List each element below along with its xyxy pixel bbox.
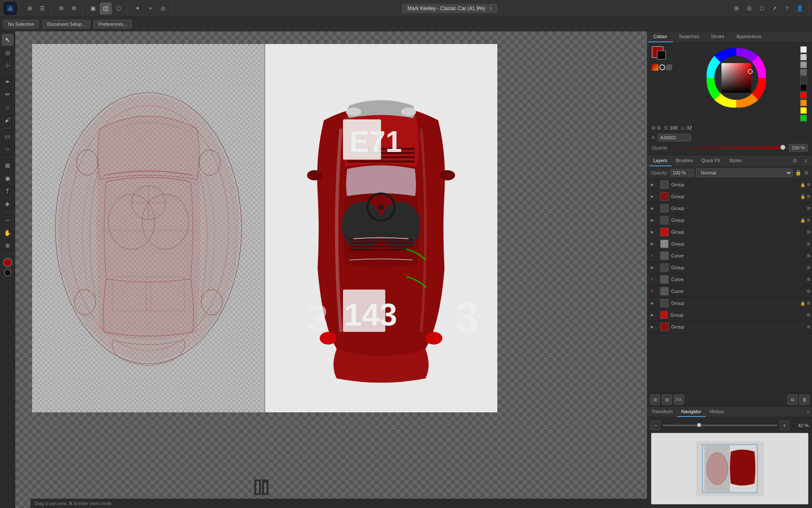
gradient-swatch-icon[interactable] [652, 64, 658, 71]
layer-visibility-dot[interactable] [807, 195, 810, 198]
fill-tool-btn[interactable]: ◉ [2, 172, 14, 184]
split-view-icon[interactable]: ◫ [100, 3, 112, 14]
foreground-color-swatch[interactable] [3, 258, 12, 267]
swatch-orange[interactable] [800, 99, 807, 106]
zoom-slider[interactable] [663, 425, 777, 426]
view-icon[interactable]: ⊟ [743, 3, 755, 14]
delete-layer-btn[interactable]: 🗑 [799, 395, 809, 405]
layers-menu-icon[interactable]: ≡ [801, 156, 810, 166]
grid-icon[interactable]: ⊞ [24, 3, 36, 14]
type-tool-btn[interactable]: T [2, 185, 14, 197]
layer-item[interactable]: ▶ ⋮⋮ Group [647, 203, 812, 215]
color-wheel-svg[interactable] [705, 46, 768, 110]
swatch-red[interactable] [800, 92, 807, 99]
layer-item[interactable]: ▶ ⋮⋮ Group [647, 226, 812, 238]
tab-quick-fx[interactable]: Quick FX [697, 155, 724, 166]
zoom-tool-btn[interactable]: ⊕ [2, 240, 14, 251]
no-selection-btn[interactable]: No Selection [3, 20, 39, 28]
prefs-icon[interactable]: ⚙ [68, 3, 80, 14]
pen-tool-btn[interactable]: ✒ [2, 76, 14, 88]
layer-visibility-dot[interactable] [807, 218, 810, 222]
layer-item[interactable]: ▶ ⋮⋮ Group [647, 262, 812, 274]
tab-brushes[interactable]: Brushes [672, 155, 697, 166]
transform-tool-btn[interactable]: ⊹ [2, 59, 14, 71]
canvas-area[interactable]: E71 143 3 3 [15, 31, 647, 508]
brush-tool-btn[interactable]: ⌂ [2, 101, 14, 113]
background-color-box[interactable] [657, 50, 666, 60]
arrow-tool-btn[interactable]: ↖ [2, 34, 14, 46]
layer-lock-icon[interactable]: 🔒 [800, 218, 806, 223]
tab-swatches[interactable]: Swatches [673, 31, 705, 42]
layer-lock-icon[interactable]: 🔒 [800, 301, 806, 306]
layer-visibility-dot[interactable] [807, 266, 810, 269]
background-color-swatch[interactable] [4, 269, 11, 276]
layer-visibility-dot[interactable] [807, 183, 810, 186]
swatch-yellow[interactable] [800, 107, 807, 114]
layer-item[interactable]: ✕ ⋮⋮ Curve [647, 274, 812, 286]
person-icon[interactable]: 👤 [794, 3, 806, 14]
pixel-icon[interactable]: ⬡ [112, 3, 124, 14]
copy-layer-btn[interactable]: ⧉ [787, 395, 798, 405]
tab-transform[interactable]: Transform [647, 407, 677, 417]
snap-icon[interactable]: ✦ [132, 3, 143, 14]
opacity-input[interactable] [789, 144, 808, 152]
target-icon[interactable]: ◎ [157, 3, 169, 14]
layer-visibility-dot[interactable] [807, 230, 810, 234]
layer-visibility-dot[interactable] [807, 207, 810, 210]
layers-opacity-input[interactable] [670, 169, 694, 177]
hand-tool-btn[interactable]: ✋ [2, 227, 14, 239]
tab-appearance[interactable]: Appearance [730, 31, 767, 42]
layers-settings-icon[interactable]: ⚙ [790, 156, 799, 166]
document-setup-btn[interactable]: Document Setup... [42, 20, 90, 28]
swatch-white[interactable] [800, 46, 807, 53]
arrange-icon[interactable]: ⊞ [730, 3, 742, 14]
measure-tool-btn[interactable]: ↔ [2, 214, 14, 226]
settings-icon[interactable]: ⚙ [55, 3, 67, 14]
list-icon[interactable]: ☰ [36, 3, 48, 14]
pattern-icon[interactable] [666, 64, 672, 70]
layer-item[interactable]: ▶ ⋮⋮ Group [647, 238, 812, 250]
add-pixel-layer-btn[interactable]: ⊞ [650, 395, 660, 405]
layer-visibility-dot[interactable] [807, 313, 810, 317]
layer-visibility-dot[interactable] [807, 242, 810, 246]
tab-styles[interactable]: Styles [725, 155, 746, 166]
pencil-tool-btn[interactable]: ✏ [2, 88, 14, 100]
preferences-btn[interactable]: Preferences... [93, 20, 132, 28]
hex-input[interactable] [657, 134, 691, 141]
blend-mode-select[interactable]: Normal Multiply Screen Overlay [696, 168, 793, 177]
tab-colour[interactable]: Colour [647, 31, 673, 42]
tab-stroke[interactable]: Stroke [705, 31, 730, 42]
layer-item[interactable]: ▶ ⋮⋮ Group 🔒 [647, 298, 812, 309]
swatch-mgray[interactable] [800, 61, 807, 68]
shape-tool-btn[interactable]: ▭ [2, 130, 14, 142]
align-icon[interactable]: ⌖ [144, 3, 156, 14]
tab-history[interactable]: History [705, 407, 728, 417]
layer-item[interactable]: ▶ ⋮⋮ Group [647, 309, 812, 321]
layers-list[interactable]: ▶ ⋮⋮ Group 🔒 ▶ ⋮⋮ Group 🔒 ▶ [647, 179, 812, 392]
layer-item[interactable]: ✕ ⋮⋮ Curve [647, 286, 812, 298]
swatch-dgray[interactable] [800, 69, 807, 76]
share-icon[interactable]: ↗ [768, 3, 780, 14]
close-tab-icon[interactable]: ✕ [489, 6, 492, 11]
tab-navigator[interactable]: Navigator [677, 407, 705, 417]
layer-visibility-dot[interactable] [807, 278, 810, 281]
layer-visibility-dot[interactable] [807, 254, 810, 257]
bottom-panel-icon[interactable]: ≡ [807, 409, 809, 414]
layer-item[interactable]: ▶ ⋮⋮ Group 🔒 [647, 215, 812, 226]
layer-lock-global-icon[interactable]: 🔒 [795, 170, 801, 176]
node-tool-btn[interactable]: ◎ [2, 47, 14, 58]
layer-lock-icon[interactable]: 🔒 [800, 182, 806, 187]
layer-item[interactable]: ▶ ⋮⋮ Group 🔒 [647, 191, 812, 203]
swatch-lgray[interactable] [800, 54, 807, 61]
help-icon[interactable]: ? [781, 3, 793, 14]
swatch-black[interactable] [800, 84, 807, 91]
tab-layers[interactable]: Layers [649, 155, 672, 166]
paint-brush-btn[interactable]: 🖌 [2, 114, 14, 126]
zoom-in-btn[interactable]: + [780, 421, 789, 430]
layer-visibility-dot[interactable] [807, 290, 810, 293]
navigator-preview[interactable] [651, 433, 809, 505]
layer-item[interactable]: ▶ ⋮⋮ Group [647, 321, 812, 333]
fx-btn[interactable]: FX [674, 395, 684, 405]
zoom-out-btn[interactable]: − [651, 421, 660, 430]
layer-item[interactable]: ✕ ⋮⋮ Curve [647, 250, 812, 262]
